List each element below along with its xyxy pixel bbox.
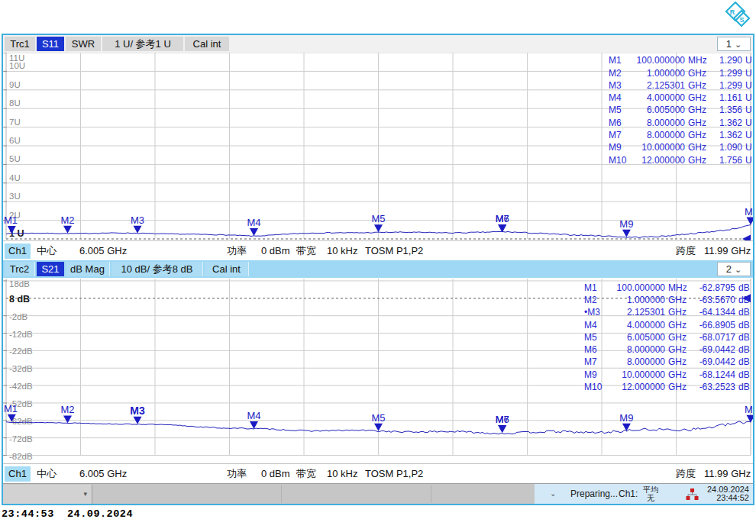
bandwidth-value[interactable]: 10 kHz (327, 243, 357, 259)
window2-selector[interactable]: 2 ⌄ (717, 262, 751, 276)
trace2-scale-button[interactable]: 10 dB/ 参考8 dB (111, 262, 203, 276)
marker-table-cell: -69.0442 (693, 356, 735, 368)
trace1-format-button[interactable]: SWR (66, 37, 101, 51)
status-combo-box[interactable]: ▾ (3, 485, 92, 504)
marker-table-cell: M7 (606, 129, 633, 141)
marker-table-cell: U (742, 79, 753, 92)
status-datetime: 24.09.2024 23:44:52 (707, 485, 749, 502)
window1-selector[interactable]: 1 ⌄ (717, 37, 751, 51)
marker-table-row: M1100.000000MHz1.290U (606, 54, 753, 66)
bandwidth-value[interactable]: 10 kHz (327, 466, 357, 482)
trace2-sparam-button[interactable]: S21 (37, 262, 64, 276)
marker-table-cell: 4.000000 (607, 319, 665, 331)
marker-table-cell: 1.362 (712, 129, 742, 141)
marker-table-cell: 1.299 (712, 79, 742, 92)
center-value[interactable]: 6.005 GHz (79, 466, 127, 482)
marker-table-cell: GHz (665, 306, 693, 318)
marker-label-M5: M5 (371, 412, 385, 424)
center-value[interactable]: 6.005 GHz (79, 243, 127, 259)
reference-level-label: 8 dB (9, 294, 30, 305)
marker-table-cell: dB (735, 331, 746, 343)
marker-table-cell: 10.000000 (607, 369, 665, 381)
marker-table-cell: 1.161 (712, 92, 742, 104)
marker-table-cell: GHz (665, 369, 693, 381)
marker-table-cell: 2.125301 (633, 79, 685, 92)
marker-table-row: M78.000000GHz-69.0442dB (581, 356, 746, 368)
marker-table-cell: U (742, 154, 753, 166)
marker-table-cell: 2.125301 (607, 306, 665, 318)
marker-table-cell: 1.356 (712, 104, 742, 116)
span-value[interactable]: 11.99 GHz (704, 466, 751, 482)
marker-table-row: M44.000000GHz1.161U (606, 92, 753, 104)
marker-table-trc2: M1100.000000MHz-62.8795dBM21.000000GHz-6… (581, 282, 746, 393)
marker-table-cell: GHz (685, 92, 712, 104)
span-label: 跨度 (676, 243, 696, 259)
status-preparing: Preparing... (570, 484, 618, 504)
trace1-sparam-button[interactable]: S11 (37, 37, 64, 51)
trace2-name-button[interactable]: Trc2 (5, 262, 35, 276)
center-label: 中心 (37, 466, 57, 482)
marker-M5[interactable] (374, 224, 383, 232)
marker-table-cell: 12.000000 (607, 381, 665, 393)
marker-table-row: M910.000000GHz-68.1244dB (581, 369, 746, 381)
marker-table-row: M1100.000000MHz-62.8795dB (581, 282, 746, 294)
marker-table-cell: MHz (685, 54, 712, 66)
marker-table-cell: dB (735, 319, 746, 331)
average-value: 无 (647, 494, 654, 502)
marker-table-cell: U (742, 54, 753, 66)
marker-label-M1: M1 (4, 214, 18, 226)
marker-M5[interactable] (374, 424, 383, 431)
marker-table-cell: dB (735, 381, 746, 393)
marker-table-cell: -63.5670 (693, 294, 735, 306)
span-value[interactable]: 11.99 GHz (704, 243, 751, 259)
marker-table-cell: GHz (685, 154, 712, 166)
marker-table-cell: GHz (665, 356, 693, 368)
marker-M4[interactable] (250, 228, 258, 236)
marker-label-M7: M7 (496, 414, 509, 425)
marker-label-M5: M5 (371, 213, 385, 224)
trace1-name-button[interactable]: Trc1 (5, 37, 35, 51)
cal-status[interactable]: TOSM P1,P2 (365, 466, 423, 482)
marker-table-trc1: M1100.000000MHz1.290UM21.000000GHz1.299U… (606, 54, 753, 166)
marker-table-cell: GHz (665, 343, 693, 356)
marker-M3[interactable] (134, 226, 142, 234)
marker-M7[interactable] (498, 425, 506, 433)
y-axis-label: -72dB (9, 434, 33, 443)
cal-status[interactable]: TOSM P1,P2 (365, 243, 423, 259)
y-axis-label: 18dB (9, 279, 30, 289)
marker-M9[interactable] (622, 230, 631, 237)
y-axis-label: 8U (9, 98, 21, 108)
y-axis-label: -2dB (9, 312, 28, 321)
marker-M2[interactable] (63, 415, 72, 423)
trace2-cal-button[interactable]: Cal int (205, 262, 249, 276)
marker-M4[interactable] (250, 421, 258, 429)
marker-table-cell: M5 (606, 104, 633, 116)
status-info-area: ⌄ Preparing... Ch1: 平均 无 24.09.2024 23:4… (535, 484, 753, 504)
marker-table-cell: 100.000000 (633, 54, 685, 66)
trace2-format-button[interactable]: dB Mag (66, 262, 110, 276)
marker-M9[interactable] (622, 424, 631, 431)
marker-table-cell: GHz (665, 294, 693, 306)
status-channel-label: Ch1: (619, 484, 638, 504)
chevron-down-icon[interactable]: ⌄ (550, 484, 556, 504)
y-axis-label: 9U (9, 80, 21, 89)
trace1-scale-button[interactable]: 1 U/ 参考1 U (102, 37, 183, 51)
marker-M10[interactable] (747, 218, 754, 225)
marker-table-row: M32.125301GHz1.299U (606, 79, 753, 92)
marker-M7[interactable] (498, 224, 506, 232)
status-divider (431, 485, 431, 503)
power-value[interactable]: 0 dBm (261, 243, 290, 259)
marker-M2[interactable] (63, 226, 72, 234)
marker-table-cell: M7 (581, 356, 607, 368)
channel-button[interactable]: Ch1 (5, 243, 31, 259)
marker-table-row: M21.000000GHz-63.5670dB (581, 294, 746, 306)
y-axis-label: 6U (9, 136, 21, 145)
y-axis-label: 3U (9, 192, 21, 201)
lan-status-icon (685, 488, 699, 500)
trace1-cal-button[interactable]: Cal int (185, 37, 229, 51)
footer-timestamp: 23:44:53 24.09.2024 (2, 508, 133, 520)
marker-table-row: M1012.000000GHz1.756U (606, 154, 753, 166)
power-value[interactable]: 0 dBm (261, 466, 290, 482)
channel-button[interactable]: Ch1 (5, 466, 31, 482)
marker-table-cell: M3 (606, 79, 633, 92)
